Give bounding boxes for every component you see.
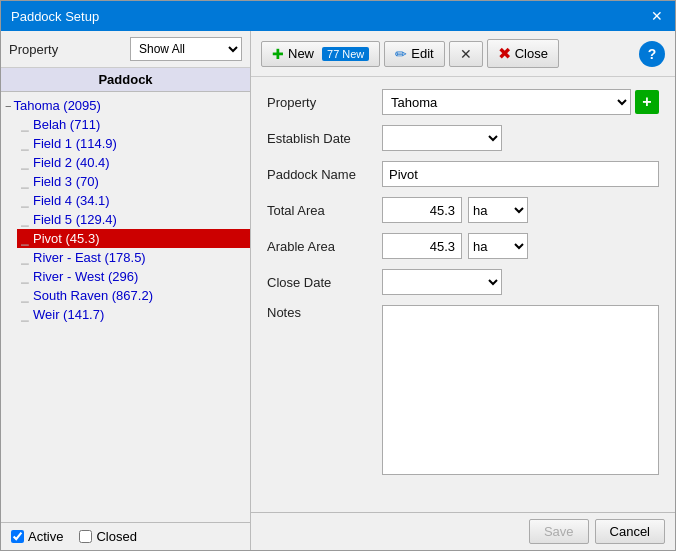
plus-icon: ✚ (272, 46, 284, 62)
new-button-label: New (288, 46, 314, 61)
tree-item-river-west[interactable]: ⎯ River - West (296) (17, 267, 250, 286)
tree-line: ⎯ (21, 212, 29, 227)
tree-label-weir: Weir (141.7) (33, 307, 104, 322)
tree-label-belah: Belah (711) (33, 117, 100, 132)
close-red-button[interactable]: ✖ Close (487, 39, 559, 68)
tree-line: ⎯ (21, 307, 29, 322)
x-icon: ✕ (460, 46, 472, 62)
tree-label-river-west: River - West (296) (33, 269, 138, 284)
tree-label-field2: Field 2 (40.4) (33, 155, 110, 170)
establish-date-row: Establish Date (267, 125, 659, 151)
property-select[interactable]: Tahoma (382, 89, 631, 115)
property-input-group: Tahoma + (382, 89, 659, 115)
total-area-input-group: 45.3 ha ac (382, 197, 528, 223)
edit-button-label: Edit (411, 46, 433, 61)
total-area-row: Total Area 45.3 ha ac (267, 197, 659, 223)
save-button[interactable]: Save (529, 519, 589, 544)
tree-line: ⎯ (21, 155, 29, 170)
tree-label-river-east: River - East (178.5) (33, 250, 146, 265)
close-button-label: Close (515, 46, 548, 61)
notes-textarea[interactable] (382, 305, 659, 475)
active-checkbox[interactable] (11, 530, 24, 543)
paddock-setup-window: Paddock Setup ✕ Property Show All Tahoma… (0, 0, 676, 551)
tree-item-field1[interactable]: ⎯ Field 1 (114.9) (17, 134, 250, 153)
tree-line: ⎯ (21, 269, 29, 284)
form-area: Property Tahoma + Establish Date (251, 77, 675, 512)
cancel-button[interactable]: Cancel (595, 519, 665, 544)
close-button[interactable]: ✕ (449, 41, 483, 67)
toolbar: ✚ New 77 New ✏ Edit ✕ ✖ Close ? (251, 31, 675, 77)
establish-date-label: Establish Date (267, 131, 382, 146)
tree-item-weir[interactable]: ⎯ Weir (141.7) (17, 305, 250, 324)
tree-line: ⎯ (21, 250, 29, 265)
arable-area-label: Arable Area (267, 239, 382, 254)
tree-item-field3[interactable]: ⎯ Field 3 (70) (17, 172, 250, 191)
notes-label: Notes (267, 305, 382, 320)
total-area-label: Total Area (267, 203, 382, 218)
tree-label-field5: Field 5 (129.4) (33, 212, 117, 227)
paddock-name-label: Paddock Name (267, 167, 382, 182)
tree-line: ⎯ (21, 174, 29, 189)
close-date-label: Close Date (267, 275, 382, 290)
new-badge: 77 New (322, 47, 369, 61)
tree-line: ⎯ (21, 193, 29, 208)
closed-checkbox[interactable] (79, 530, 92, 543)
tree-label-pivot: Pivot (45.3) (33, 231, 99, 246)
arable-area-row: Arable Area 45.3 ha ac (267, 233, 659, 259)
tree-container: − Tahoma (2095) ⎯ Belah (711) ⎯ Field 1 … (1, 92, 250, 522)
close-red-icon: ✖ (498, 44, 511, 63)
right-panel: ✚ New 77 New ✏ Edit ✕ ✖ Close ? (251, 31, 675, 550)
tree-item-belah[interactable]: ⎯ Belah (711) (17, 115, 250, 134)
active-checkbox-label[interactable]: Active (11, 529, 63, 544)
help-button[interactable]: ? (639, 41, 665, 67)
tree-item-field5[interactable]: ⎯ Field 5 (129.4) (17, 210, 250, 229)
tree-line: ⎯ (21, 136, 29, 151)
total-area-input[interactable]: 45.3 (382, 197, 462, 223)
expand-icon: − (5, 100, 11, 112)
tree-item-south-raven[interactable]: ⎯ South Raven (867.2) (17, 286, 250, 305)
close-date-select[interactable] (382, 269, 502, 295)
notes-row: Notes (267, 305, 659, 475)
tree-label-field4: Field 4 (34.1) (33, 193, 110, 208)
title-bar: Paddock Setup ✕ (1, 1, 675, 31)
window-close-button[interactable]: ✕ (649, 8, 665, 24)
tree-item-field2[interactable]: ⎯ Field 2 (40.4) (17, 153, 250, 172)
tree-header: Paddock (1, 68, 250, 92)
edit-button[interactable]: ✏ Edit (384, 41, 444, 67)
tree-label-south-raven: South Raven (867.2) (33, 288, 153, 303)
paddock-name-input[interactable]: Pivot (382, 161, 659, 187)
closed-checkbox-label[interactable]: Closed (79, 529, 136, 544)
property-filter-row: Property Show All Tahoma (1, 31, 250, 68)
tree-label-tahoma: Tahoma (2095) (13, 98, 100, 113)
tree-line: ⎯ (21, 288, 29, 303)
property-filter-select[interactable]: Show All Tahoma (130, 37, 242, 61)
help-icon: ? (648, 46, 657, 62)
window-title: Paddock Setup (11, 9, 99, 24)
property-row: Property Tahoma + (267, 89, 659, 115)
arable-area-unit-select[interactable]: ha ac (468, 233, 528, 259)
content-area: Property Show All Tahoma Paddock − Tahom… (1, 31, 675, 550)
total-area-unit-select[interactable]: ha ac (468, 197, 528, 223)
pencil-icon: ✏ (395, 46, 407, 62)
tree-item-river-east[interactable]: ⎯ River - East (178.5) (17, 248, 250, 267)
left-panel: Property Show All Tahoma Paddock − Tahom… (1, 31, 251, 550)
bottom-bar: Save Cancel (251, 512, 675, 550)
arable-area-input-group: 45.3 ha ac (382, 233, 528, 259)
paddock-name-row: Paddock Name Pivot (267, 161, 659, 187)
closed-label: Closed (96, 529, 136, 544)
tree-item-field4[interactable]: ⎯ Field 4 (34.1) (17, 191, 250, 210)
tree-line: ⎯ (21, 117, 29, 132)
tree-item-tahoma[interactable]: − Tahoma (2095) (1, 96, 250, 115)
add-property-button[interactable]: + (635, 90, 659, 114)
tree-item-pivot[interactable]: ⎯ Pivot (45.3) (17, 229, 250, 248)
left-footer: Active Closed (1, 522, 250, 550)
tree-label-field1: Field 1 (114.9) (33, 136, 117, 151)
close-date-row: Close Date (267, 269, 659, 295)
active-label: Active (28, 529, 63, 544)
establish-date-select[interactable] (382, 125, 502, 151)
tree-line: ⎯ (21, 231, 29, 246)
property-filter-label: Property (9, 42, 124, 57)
arable-area-input[interactable]: 45.3 (382, 233, 462, 259)
new-button[interactable]: ✚ New 77 New (261, 41, 380, 67)
property-form-label: Property (267, 95, 382, 110)
